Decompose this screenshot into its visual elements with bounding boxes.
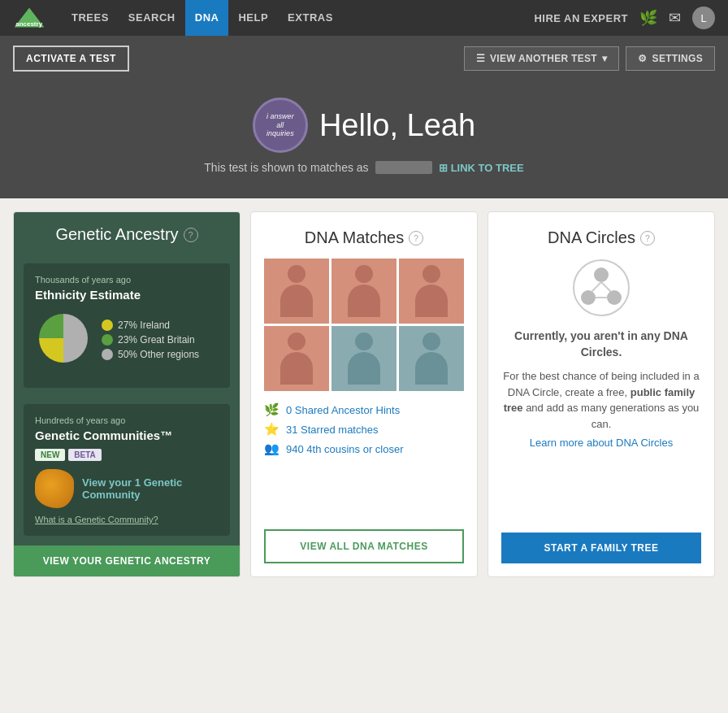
view-test-label: VIEW ANOTHER TEST (490, 53, 597, 64)
gc-content: View your 1 Genetic Community (35, 469, 219, 508)
dna-matches-stats: 🌿 0 Shared Ancestor Hints ⭐ 31 Starred m… (264, 402, 464, 456)
sil-body-5 (348, 352, 380, 385)
legend-dot-britain (102, 334, 113, 346)
ethnicity-section: Thousands of years ago Ethnicity Estimat… (24, 263, 230, 388)
gear-icon: ⚙ (638, 53, 647, 64)
legend-other: 50% Other regions (102, 349, 199, 360)
nav-dna[interactable]: DNA (185, 0, 229, 36)
dna-circles-icon (572, 259, 630, 317)
gc-title: Genetic Communities™ (35, 428, 219, 442)
ga-help-icon[interactable]: ? (184, 228, 198, 242)
sil-head-2 (355, 265, 373, 283)
new-badge: NEW (35, 449, 65, 461)
people-stat-icon: 👥 (264, 441, 280, 456)
fourth-cousins-link[interactable]: 940 4th cousins or closer (286, 443, 404, 455)
beta-badge: BETA (68, 449, 101, 461)
pie-container: 27% Ireland 23% Great Britain 50% Other … (35, 310, 219, 370)
nav-search[interactable]: SEARCH (119, 0, 185, 36)
fourth-cousins-stat: 👥 940 4th cousins or closer (264, 441, 464, 456)
dna-matches-help-icon[interactable]: ? (409, 231, 423, 246)
nav-links: TREES SEARCH DNA HELP EXTRAS (62, 0, 343, 36)
dna-matches-title-text: DNA Matches (305, 228, 404, 247)
site-logo[interactable]: ancestry (13, 7, 46, 29)
toolbar: ACTIVATE A TEST ☰ VIEW ANOTHER TEST ▾ ⚙ … (0, 36, 728, 81)
sil-head-6 (422, 333, 440, 350)
toolbar-right: ☰ VIEW ANOTHER TEST ▾ ⚙ SETTINGS (464, 46, 715, 71)
legend-dot-ireland (102, 320, 113, 331)
sil-head-3 (422, 265, 440, 283)
list-icon: ☰ (476, 53, 485, 64)
svg-point-3 (594, 267, 609, 282)
hire-expert-link[interactable]: HIRE AN EXPERT (534, 12, 628, 24)
start-family-tree-button[interactable]: START A FAMILY TREE (501, 533, 701, 563)
activate-test-button[interactable]: ACTIVATE A TEST (13, 46, 129, 72)
badge-row: NEW BETA (35, 449, 219, 461)
leaf-icon[interactable]: 🌿 (639, 9, 657, 27)
matches-avatar-grid (264, 259, 464, 391)
avatar-text: i answerallinquiries (266, 112, 294, 138)
ga-subtitle1: Thousands of years ago (35, 275, 219, 285)
starred-matches-link[interactable]: 31 Starred matches (286, 424, 378, 436)
view-genetic-ancestry-button[interactable]: VIEW YOUR GENETIC ANCESTRY (14, 546, 240, 576)
genetic-communities-section: Hundreds of years ago Genetic Communitie… (24, 404, 230, 536)
svg-point-4 (581, 290, 596, 305)
silhouette-5 (344, 333, 384, 385)
main-grid: Genetic Ancestry ? Thousands of years ag… (0, 198, 728, 590)
what-is-gc-link[interactable]: What is a Genetic Community? (35, 515, 219, 524)
sil-body-4 (280, 352, 313, 385)
svg-text:ancestry: ancestry (15, 20, 42, 28)
view-another-test-button[interactable]: ☰ VIEW ANOTHER TEST ▾ (464, 46, 620, 71)
hero-greeting: Hello, Leah (319, 108, 475, 143)
nav-help[interactable]: HELP (228, 0, 278, 36)
match-avatar-1 (264, 259, 329, 324)
dna-circles-card: DNA Circles ? Currently, you aren't in a… (488, 211, 715, 577)
star-stat-icon: ⭐ (264, 422, 280, 437)
ga-title-text: Genetic Ancestry (55, 225, 178, 244)
dc-description: For the best chance of being included in… (501, 368, 701, 432)
hero-avatar: i answerallinquiries (253, 98, 308, 153)
link-to-tree-button[interactable]: ⊞ LINK TO TREE (439, 162, 524, 174)
link-tree-label: LINK TO TREE (451, 162, 524, 174)
mail-icon[interactable]: ✉ (669, 9, 681, 27)
dna-circles-title-text: DNA Circles (548, 228, 635, 247)
nav-trees[interactable]: TREES (62, 0, 119, 36)
match-avatar-5 (332, 326, 396, 391)
ga-card-title: Genetic Ancestry ? (55, 225, 197, 244)
nav-extras[interactable]: EXTRAS (278, 0, 343, 36)
silhouette-2 (344, 265, 384, 318)
legend-ireland-label: 27% Ireland (118, 320, 170, 331)
hero-inner: i answerallinquiries Hello, Leah (253, 98, 475, 153)
sil-body-1 (280, 285, 313, 317)
user-avatar[interactable]: L (692, 7, 715, 29)
chevron-down-icon: ▾ (602, 53, 607, 64)
shared-ancestor-link[interactable]: 0 Shared Ancestor Hints (286, 404, 400, 416)
genetic-ancestry-card: Genetic Ancestry ? Thousands of years ag… (13, 211, 240, 577)
dna-matches-title: DNA Matches ? (264, 228, 464, 247)
leaf-stat-icon: 🌿 (264, 402, 280, 417)
match-avatar-2 (332, 259, 396, 324)
starred-matches-stat: ⭐ 31 Starred matches (264, 422, 464, 437)
navbar: ancestry TREES SEARCH DNA HELP EXTRAS HI… (0, 0, 728, 36)
pie-chart (35, 310, 92, 370)
learn-more-dna-circles-link[interactable]: Learn more about DNA Circles (501, 437, 701, 449)
match-avatar-6 (399, 326, 464, 391)
svg-line-7 (601, 282, 611, 292)
view-all-dna-matches-button[interactable]: VIEW ALL DNA MATCHES (264, 529, 464, 563)
legend-other-label: 50% Other regions (118, 349, 199, 360)
sil-head-1 (288, 265, 306, 283)
silhouette-4 (276, 333, 317, 385)
view-genetic-community-link[interactable]: View your 1 Genetic Community (82, 476, 219, 501)
match-avatar-4 (264, 326, 329, 391)
legend-dot-other (102, 349, 113, 360)
subtitle-prefix: This test is shown to matches as (204, 161, 368, 174)
dc-desc-part2: and add as many generations as you can. (526, 402, 699, 430)
legend-great-britain: 23% Great Britain (102, 334, 199, 346)
settings-label: SETTINGS (652, 53, 703, 64)
hidden-name (375, 161, 432, 174)
sil-body-6 (415, 352, 448, 385)
settings-button[interactable]: ⚙ SETTINGS (626, 46, 715, 71)
dna-circles-help-icon[interactable]: ? (640, 231, 655, 246)
tree-icon: ⊞ (439, 162, 448, 174)
sil-body-2 (348, 285, 380, 317)
ethnicity-title: Ethnicity Estimate (35, 288, 219, 302)
